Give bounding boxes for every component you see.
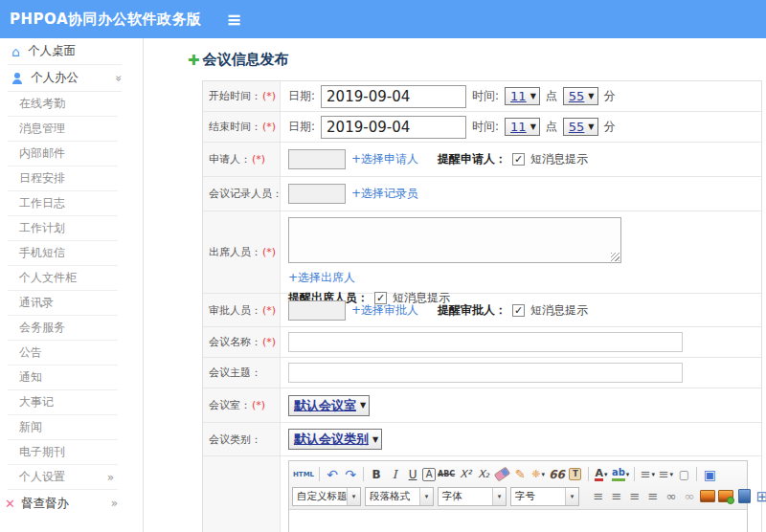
- sidebar-item-desktop[interactable]: ⌂ 个人桌面: [8, 38, 122, 65]
- custom-title-combo[interactable]: 自定义标题 ▾: [292, 487, 361, 506]
- meeting-room-select[interactable]: 默认会议室 ▼: [288, 395, 370, 416]
- sidebar-item-file-cabinet[interactable]: 个人文件柜: [8, 266, 118, 291]
- approver-label: 审批人员：(*): [203, 294, 281, 326]
- brush-button[interactable]: ✎: [511, 465, 529, 484]
- sidebar-item-announcement[interactable]: 公告: [8, 341, 118, 366]
- hour-unit: 点: [546, 88, 557, 104]
- sidebar-item-work-plan[interactable]: 工作计划: [8, 216, 118, 241]
- toolbar-separator: [634, 467, 635, 481]
- sidebar-item-personal-settings[interactable]: 个人设置 »: [8, 465, 118, 490]
- applicant-sms-checkbox[interactable]: ✓: [512, 153, 525, 166]
- supervision-icon: ✕: [5, 497, 15, 511]
- bold-button[interactable]: B: [368, 465, 385, 484]
- italic-button[interactable]: I: [386, 465, 403, 484]
- highlight-button[interactable]: ab▾: [611, 465, 630, 484]
- meeting-name-input[interactable]: [288, 332, 683, 352]
- start-time-label: 开始时间：(*): [203, 81, 281, 111]
- sidebar-item-e-journal[interactable]: 电子期刊: [8, 440, 118, 465]
- link-button[interactable]: ∞: [663, 487, 680, 506]
- ordered-list-button[interactable]: ≡▾: [639, 465, 656, 484]
- strikethrough-button[interactable]: ABC: [437, 465, 456, 484]
- approver-sms-checkbox[interactable]: ✓: [512, 304, 525, 317]
- applicant-input[interactable]: [288, 149, 346, 169]
- sidebar-item-sms[interactable]: 手机短信: [8, 241, 118, 266]
- undo-button[interactable]: ↶: [324, 465, 341, 484]
- start-minute-select[interactable]: 55 ▼: [563, 87, 598, 105]
- sidebar-item-notice[interactable]: 通知: [8, 366, 118, 390]
- sidebar-item-online-attendance[interactable]: 在线考勤: [8, 92, 118, 117]
- sidebar-item-personal-office[interactable]: 个人办公 »: [8, 65, 122, 92]
- html-source-button[interactable]: HTML: [292, 465, 315, 484]
- font-size-combo[interactable]: 字号 ▾: [510, 487, 579, 506]
- image-button[interactable]: [699, 487, 716, 506]
- sidebar-item-message-management[interactable]: 消息管理: [8, 117, 118, 142]
- attendees-label: 出席人员：(*): [203, 211, 281, 293]
- minute-unit: 分: [604, 119, 616, 135]
- align-center-button[interactable]: ≡: [608, 487, 625, 506]
- sidebar-item-memorabilia[interactable]: 大事记: [8, 390, 118, 415]
- meeting-subject-input[interactable]: [288, 363, 683, 383]
- select-attendees-link[interactable]: +选择出席人: [288, 270, 355, 286]
- start-hour-select[interactable]: 11 ▼: [505, 87, 540, 105]
- paste-button[interactable]: T: [567, 465, 584, 484]
- unlink-button[interactable]: ∞: [681, 487, 698, 506]
- select-arrow-icon: ▼: [360, 401, 366, 410]
- font-color-button[interactable]: A▾: [593, 465, 610, 484]
- end-minute-select[interactable]: 55 ▼: [563, 118, 598, 136]
- format-paint-button[interactable]: ❈▾: [529, 465, 547, 484]
- eraser-button[interactable]: [493, 465, 510, 484]
- sidebar-item-contacts[interactable]: 通讯录: [8, 291, 118, 316]
- dropdown-arrow-icon: ▾: [347, 488, 360, 505]
- table-button[interactable]: ⊞: [754, 487, 766, 506]
- sidebar-item-internal-mail[interactable]: 内部邮件: [8, 142, 118, 166]
- redo-button[interactable]: ↷: [342, 465, 359, 484]
- editor-content-area[interactable]: [289, 510, 747, 532]
- align-right-button[interactable]: ≡: [626, 487, 643, 506]
- superscript-button[interactable]: X²: [457, 465, 474, 484]
- align-left-button[interactable]: ≡: [590, 487, 607, 506]
- blockquote-button[interactable]: 66: [548, 465, 566, 484]
- approver-input[interactable]: [288, 300, 346, 321]
- chevron-double-right-icon: »: [111, 497, 118, 510]
- recorder-input[interactable]: [288, 184, 346, 204]
- end-hour-select[interactable]: 11 ▼: [505, 118, 540, 136]
- page-title: ✚ 会议信息发布: [188, 51, 766, 69]
- editor-toolbar: HTML ↶ ↷ B I U A ABC X² X₂: [289, 461, 747, 510]
- end-date-input[interactable]: [321, 116, 466, 139]
- home-icon: ⌂: [11, 44, 20, 59]
- main-content: ✚ 会议信息发布 开始时间：(*) 日期: 时间: 11 ▼ 点 55 ▼: [145, 38, 766, 532]
- sidebar-item-schedule[interactable]: 日程安排: [8, 166, 118, 191]
- sidebar-item-news[interactable]: 新闻: [8, 415, 118, 440]
- toolbar-separator: [696, 467, 697, 481]
- meeting-content-label: [203, 456, 281, 532]
- meeting-category-select[interactable]: 默认会议类别 ▼: [288, 429, 382, 450]
- underline-button[interactable]: U: [404, 465, 421, 484]
- char-border-button[interactable]: A: [422, 468, 436, 481]
- sidebar-item-work-log[interactable]: 工作日志: [8, 191, 118, 216]
- sidebar-item-meeting-service[interactable]: 会务服务: [8, 316, 118, 341]
- image-add-button[interactable]: [717, 487, 734, 506]
- select-approver-link[interactable]: +选择审批人: [351, 302, 418, 319]
- font-family-combo[interactable]: 字体 ▾: [438, 487, 507, 506]
- new-page-button[interactable]: ▢: [675, 465, 692, 484]
- subscript-button[interactable]: X₂: [475, 465, 492, 484]
- sidebar: ⌂ 个人桌面 个人办公 » 在线考勤 消息管理 内部邮件 日程安排 工作日志 工…: [0, 38, 144, 532]
- start-date-input[interactable]: [321, 85, 466, 108]
- sidebar-item-supervision[interactable]: ✕ 督查督办 »: [0, 490, 143, 517]
- select-recorder-link[interactable]: +选择记录员: [351, 186, 418, 202]
- meeting-name-label: 会议名称：(*): [203, 327, 281, 357]
- select-applicant-link[interactable]: +选择申请人: [351, 151, 418, 167]
- chevron-double-right-icon: »: [107, 471, 114, 484]
- paragraph-format-combo[interactable]: 段落格式 ▾: [365, 487, 434, 506]
- person-icon: [11, 73, 23, 84]
- dropdown-arrow-icon: ▾: [670, 471, 674, 478]
- media-button[interactable]: [735, 487, 753, 506]
- align-justify-button[interactable]: ≡: [644, 487, 662, 506]
- fullscreen-button[interactable]: ▣: [701, 465, 718, 484]
- toolbar-separator: [588, 467, 589, 481]
- remind-approver-label: 提醒审批人：: [438, 302, 507, 319]
- unordered-list-button[interactable]: ≡▾: [657, 465, 674, 484]
- form-row-recorder: 会议记录人员：(*) +选择记录员: [203, 177, 761, 211]
- menu-toggle-icon[interactable]: ≡: [227, 11, 242, 29]
- attendees-textarea[interactable]: [288, 217, 621, 263]
